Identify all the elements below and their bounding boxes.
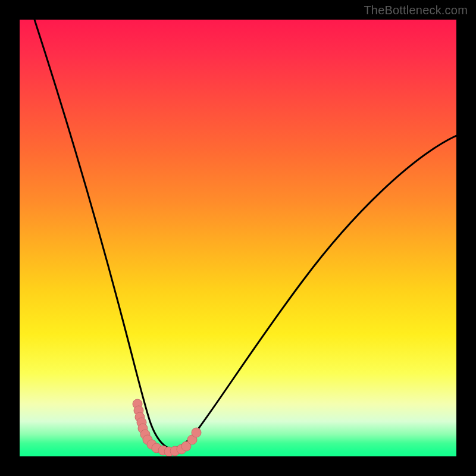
plot-area — [20, 20, 456, 456]
marker-group — [133, 399, 201, 456]
watermark-text: TheBottleneck.com — [364, 4, 468, 17]
chart-frame: TheBottleneck.com — [0, 0, 476, 476]
bottleneck-curve-right — [170, 136, 456, 449]
curve-layer — [20, 20, 456, 456]
bottleneck-curve-left — [35, 20, 170, 449]
marker-dot — [192, 428, 201, 437]
